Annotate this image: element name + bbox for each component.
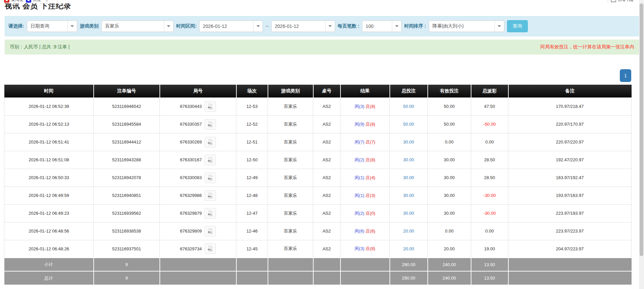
total-bet-link[interactable]: 20.00: [403, 229, 414, 234]
total-bet-link[interactable]: 20.00: [403, 246, 414, 251]
valid-bet-cell: 50.00: [428, 97, 471, 115]
video-file-icon: [207, 245, 214, 252]
payout-cell: -50.00: [471, 115, 508, 133]
game-type-cell: 百家乐: [268, 151, 313, 169]
query-type-select[interactable]: 日期查询: [27, 20, 77, 32]
session-cell: 12-51: [236, 133, 268, 151]
total-row: 总计 9 290.00 240.00 13.50: [4, 271, 632, 285]
query-button[interactable]: 查询: [507, 20, 528, 32]
date-from-value: 2026-01-12: [199, 21, 253, 32]
table-row: 2026-01-12 06:51:08 523116943288 6763301…: [4, 151, 632, 169]
player-result: 闲(6): [355, 229, 364, 234]
empty-cell: [313, 258, 340, 271]
page-button-1[interactable]: 1: [620, 69, 631, 82]
column-header: 桌号: [313, 85, 340, 97]
total-bet-link[interactable]: 30.00: [403, 139, 414, 144]
banker-result: 庄(8): [366, 157, 375, 162]
round-number: 676329986: [180, 193, 202, 198]
total-payout: 13.50: [471, 271, 508, 285]
remark-cell: 170.97/218.47: [508, 97, 632, 115]
banker-result: 庄(8): [366, 122, 375, 127]
valid-bet-cell: 0.00: [428, 133, 471, 151]
game-type-cell: 百家乐: [268, 240, 313, 258]
table-row: 2026-01-12 06:50:33 523116942078 6763300…: [4, 169, 632, 187]
video-replay-button[interactable]: [204, 243, 216, 254]
total-bet-cell: 50.00: [390, 97, 428, 115]
empty-cell: [160, 271, 236, 285]
video-replay-button[interactable]: [204, 208, 216, 219]
banker-result: 庄(6): [366, 229, 375, 234]
round-cell: 676330357: [160, 115, 236, 133]
remark-cell: 192.47/220.97: [508, 151, 632, 169]
table-row: 2026-01-12 06:49:59 523116940851 6763299…: [4, 187, 632, 204]
video-replay-button[interactable]: [204, 137, 216, 148]
empty-cell: [313, 271, 340, 285]
valid-bet-cell: 30.00: [428, 204, 471, 222]
round-number: 676330443: [180, 104, 202, 109]
title-area: 视讯 会员 下注纪录: [5, 3, 644, 11]
video-replay-button[interactable]: [204, 190, 216, 201]
column-header: 时间: [4, 85, 94, 97]
video-file-icon: [207, 174, 214, 181]
table-number-cell: AS2: [313, 222, 340, 240]
total-bet-link[interactable]: 30.00: [403, 193, 414, 198]
valid-bet-cell: 20.00: [428, 240, 471, 258]
bookmarks-divider: [608, 0, 608, 3]
total-bet-cell: 30.00: [390, 187, 428, 204]
banker-result: 庄(8): [366, 104, 375, 109]
table-row: 2026-01-12 06:48:56 523116938538 6763298…: [4, 222, 632, 240]
date-from-select[interactable]: 2026-01-12: [199, 20, 263, 32]
round-number: 676330083: [180, 175, 202, 180]
video-replay-button[interactable]: [204, 101, 216, 112]
result-cell: 闲(6) 庄(6): [340, 222, 390, 240]
video-replay-button[interactable]: [204, 226, 216, 237]
bookmark-item[interactable]: 爱淘宝: [4, 0, 23, 3]
time-cell: 2026-01-12 06:51:08: [4, 151, 94, 169]
column-header: 总投注: [390, 85, 428, 97]
chevron-down-icon: [67, 21, 77, 32]
video-replay-button[interactable]: [204, 172, 216, 183]
game-type-cell: 百家乐: [268, 115, 313, 133]
time-cell: 2026-01-12 06:52:13: [4, 115, 94, 133]
all-bookmarks-item[interactable]: 所有书签: [611, 0, 634, 3]
session-cell: 12-52: [236, 115, 268, 133]
video-file-icon: [207, 121, 214, 128]
page-size-select[interactable]: 100: [362, 20, 402, 32]
column-header: 场次: [236, 85, 268, 97]
video-replay-button[interactable]: [204, 119, 216, 130]
session-cell: 12-48: [236, 187, 268, 204]
total-total-bet: 290.00: [390, 271, 428, 285]
bet-number-cell: 523116938538: [94, 222, 160, 240]
total-valid-bet: 240.00: [428, 271, 471, 285]
player-result: 闲(1): [355, 193, 364, 198]
total-bet-cell: 20.00: [390, 240, 428, 258]
sort-select[interactable]: 降幂(由大到小): [429, 20, 504, 32]
table-number-cell: AS2: [313, 204, 340, 222]
scrollbar-thumb[interactable]: [640, 3, 643, 256]
game-type-cell: 百家乐: [268, 169, 313, 187]
banker-result: 庄(8): [366, 246, 375, 251]
player-result: 闲(7): [355, 139, 364, 144]
total-bet-link[interactable]: 30.00: [403, 211, 414, 216]
player-result: 闲(2): [355, 157, 364, 162]
chevron-down-icon: [164, 21, 173, 32]
payout-cell: 28.50: [471, 169, 508, 187]
player-result: 闲(9): [355, 122, 364, 127]
payout-cell: 0.00: [471, 222, 508, 240]
video-replay-button[interactable]: [204, 155, 216, 165]
valid-bet-cell: 0.00: [428, 222, 471, 240]
payout-cell: -30.00: [471, 187, 508, 204]
total-bet-link[interactable]: 50.00: [403, 122, 414, 127]
total-bet-link[interactable]: 30.00: [403, 157, 414, 162]
game-type-cell: 百家乐: [268, 133, 313, 151]
query-type-label: 请选择:: [8, 23, 24, 29]
column-header: 局号: [160, 85, 236, 97]
total-bet-link[interactable]: 30.00: [403, 175, 414, 180]
banker-result: 庄(7): [366, 139, 375, 144]
payout-cell: 47.50: [471, 97, 508, 115]
bookmark-item[interactable]: 百度一下: [26, 0, 49, 3]
round-cell: 676330269: [160, 133, 236, 151]
total-bet-link[interactable]: 50.00: [403, 104, 414, 109]
game-type-select[interactable]: 百家乐: [101, 20, 174, 32]
date-to-select[interactable]: 2026-01-12: [271, 20, 335, 32]
